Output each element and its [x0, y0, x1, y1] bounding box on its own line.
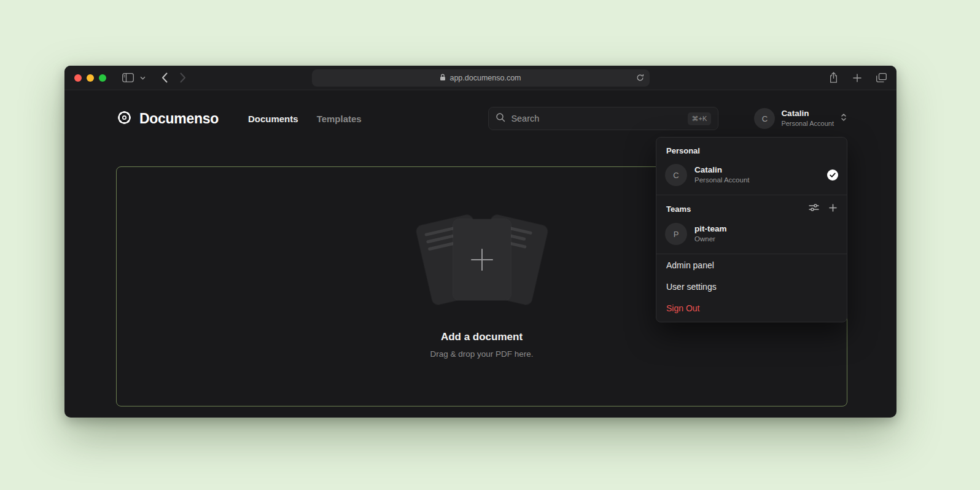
menu-item-user-settings[interactable]: User settings	[656, 276, 847, 297]
close-window-button[interactable]	[74, 74, 82, 82]
minimize-window-button[interactable]	[87, 74, 94, 82]
forward-icon[interactable]	[180, 72, 186, 83]
selected-check-icon	[827, 169, 838, 181]
search-input[interactable]: Search ⌘+K	[488, 107, 718, 130]
team-role: Owner	[694, 235, 727, 244]
team-name: pit-team	[694, 224, 727, 235]
account-name: Catalin	[781, 109, 834, 119]
browser-titlebar[interactable]: app.documenso.com	[64, 66, 896, 90]
brand-name: Documenso	[139, 111, 219, 127]
search-placeholder: Search	[511, 114, 539, 123]
avatar: C	[754, 108, 775, 129]
personal-account-row[interactable]: C Catalin Personal Account	[656, 161, 847, 195]
traffic-lights	[74, 74, 106, 82]
dropzone-subtitle: Drag & drop your PDF here.	[430, 349, 533, 359]
teams-section-title: Teams	[666, 204, 691, 214]
zoom-window-button[interactable]	[99, 74, 106, 82]
documenso-logo-icon	[116, 109, 133, 128]
personal-account-subtitle: Personal Account	[694, 176, 750, 185]
chevron-up-down-icon	[840, 112, 847, 125]
share-icon[interactable]	[829, 72, 838, 84]
personal-account-name: Catalin	[694, 165, 750, 176]
nav-documents[interactable]: Documents	[248, 114, 298, 124]
new-tab-icon[interactable]	[853, 74, 861, 82]
menu-item-sign-out[interactable]: Sign Out	[656, 297, 847, 319]
menu-item-admin-panel[interactable]: Admin panel	[656, 254, 847, 276]
nav-templates[interactable]: Templates	[317, 114, 362, 124]
avatar: C	[665, 164, 687, 186]
documents-illustration	[396, 214, 568, 306]
avatar: P	[665, 223, 687, 245]
back-icon[interactable]	[161, 72, 168, 83]
browser-window: app.documenso.com Documenso	[64, 66, 896, 418]
sidebar-chevron-down-icon[interactable]	[140, 76, 146, 80]
main-nav: Documents Templates	[248, 114, 362, 124]
sidebar-toggle-icon[interactable]	[122, 73, 134, 82]
search-shortcut-badge: ⌘+K	[688, 112, 712, 125]
document-card-center	[453, 219, 511, 300]
address-url: app.documenso.com	[449, 74, 521, 82]
search-icon	[496, 112, 505, 125]
brand[interactable]: Documenso	[116, 109, 219, 128]
dropzone-title: Add a document	[441, 331, 523, 343]
manage-teams-icon[interactable]	[809, 203, 819, 214]
account-menu-button[interactable]: C Catalin Personal Account	[754, 108, 847, 129]
reload-icon[interactable]	[636, 74, 644, 84]
lock-icon	[440, 74, 446, 83]
address-bar[interactable]: app.documenso.com	[312, 69, 650, 87]
team-row[interactable]: P pit-team Owner	[656, 220, 847, 254]
personal-section-title: Personal	[656, 138, 847, 161]
tab-overview-icon[interactable]	[876, 73, 887, 82]
account-subtitle: Personal Account	[781, 119, 834, 128]
add-team-icon[interactable]	[829, 203, 837, 214]
plus-icon	[471, 249, 493, 271]
account-dropdown-menu: Personal C Catalin Personal Account Team…	[656, 137, 847, 322]
app-header: Documenso Documents Templates Search ⌘+K…	[64, 90, 896, 130]
app-page: Documenso Documents Templates Search ⌘+K…	[64, 90, 896, 417]
